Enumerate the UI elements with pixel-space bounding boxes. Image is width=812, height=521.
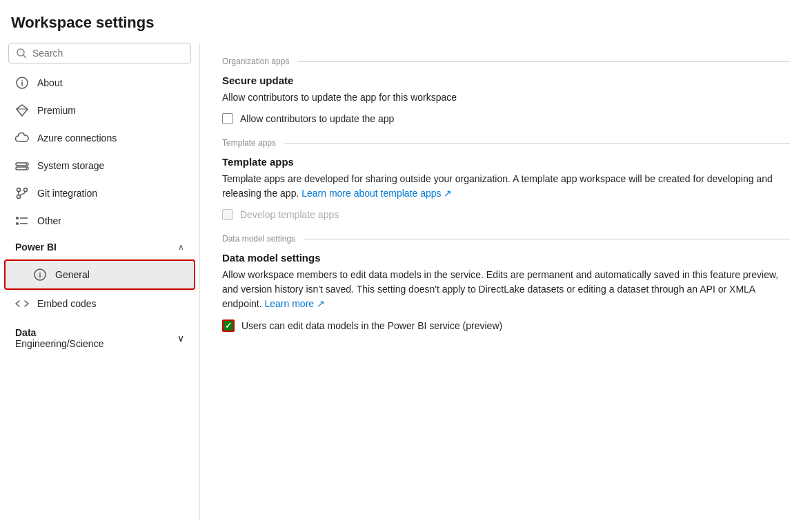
sidebar: About Premium Azure connections (0, 43, 200, 521)
template-apps-divider-label: Template apps (222, 138, 276, 148)
svg-point-10 (26, 168, 27, 169)
org-apps-divider: Organization apps (222, 57, 790, 66)
data-model-divider-label: Data model settings (222, 234, 295, 244)
svg-point-12 (24, 188, 28, 192)
secure-update-section: Secure update Allow contributors to upda… (222, 75, 790, 124)
external-link-icon: ↗ (444, 188, 452, 199)
sidebar-item-label-about: About (37, 77, 63, 88)
sidebar-item-about[interactable]: About (4, 69, 195, 97)
develop-template-row: Develop template apps (222, 209, 790, 220)
power-bi-section-header[interactable]: Power BI ∧ (4, 235, 195, 259)
sidebar-item-label-premium: Premium (37, 105, 76, 116)
allow-contributors-row: Allow contributors to update the app (222, 113, 790, 124)
svg-point-4 (21, 80, 23, 81)
sidebar-item-label-embed: Embed codes (37, 298, 97, 309)
org-apps-line (297, 61, 790, 62)
allow-contributors-label: Allow contributors to update the app (240, 113, 394, 124)
sidebar-item-label-general: General (55, 269, 90, 280)
info-icon (15, 76, 29, 90)
svg-marker-5 (17, 105, 28, 116)
template-apps-divider: Template apps (222, 138, 790, 148)
template-apps-line (284, 143, 790, 144)
embed-icon (15, 297, 29, 311)
secure-update-desc: Allow contributors to update the app for… (222, 90, 790, 105)
template-apps-desc: Template apps are developed for sharing … (222, 172, 790, 201)
data-engineering-subtitle: Engineering/Science (15, 338, 103, 349)
data-model-desc: Allow workspace members to edit data mod… (222, 268, 790, 311)
svg-line-1 (23, 55, 26, 58)
sidebar-item-label-azure: Azure connections (37, 132, 117, 144)
data-model-section: Data model settings Allow workspace memb… (222, 252, 790, 332)
secure-update-title: Secure update (222, 75, 790, 86)
data-engineering-chevron: ∨ (177, 333, 184, 344)
data-engineering-title: Data (15, 327, 103, 338)
sidebar-item-storage[interactable]: System storage (4, 152, 195, 179)
edit-data-models-checkbox[interactable] (222, 320, 235, 332)
main-content: Organization apps Secure update Allow co… (200, 43, 812, 521)
storage-icon (15, 159, 29, 173)
diamond-icon (15, 104, 29, 117)
data-model-divider: Data model settings (222, 234, 790, 244)
git-icon (15, 186, 29, 200)
develop-template-label: Develop template apps (240, 209, 339, 220)
svg-point-20 (39, 272, 41, 273)
template-apps-title: Template apps (222, 156, 790, 168)
svg-point-14 (16, 217, 19, 219)
power-bi-title: Power BI (15, 242, 57, 253)
sidebar-item-general[interactable]: General (4, 259, 195, 290)
sidebar-item-premium[interactable]: Premium (4, 97, 195, 124)
allow-contributors-checkbox[interactable] (222, 113, 233, 124)
power-bi-chevron: ∧ (178, 242, 184, 252)
other-icon (15, 214, 29, 228)
data-model-line (304, 239, 790, 239)
sidebar-item-azure[interactable]: Azure connections (4, 124, 195, 152)
data-model-learn-more-link[interactable]: Learn more ↗ (265, 298, 325, 309)
data-model-title: Data model settings (222, 252, 790, 264)
sidebar-item-label-git: Git integration (37, 188, 97, 199)
svg-point-11 (17, 188, 21, 192)
general-info-icon (33, 268, 47, 282)
data-model-external-icon: ↗ (317, 298, 325, 309)
edit-data-models-row: Users can edit data models in the Power … (222, 320, 790, 332)
search-input[interactable] (32, 48, 184, 59)
sidebar-item-other[interactable]: Other (4, 207, 195, 235)
data-engineering-section-header[interactable]: Data Engineering/Science ∨ (4, 320, 195, 356)
cloud-icon (15, 131, 29, 145)
page-title: Workspace settings (0, 0, 812, 43)
sidebar-item-git[interactable]: Git integration (4, 179, 195, 207)
sidebar-item-label-storage: System storage (37, 160, 104, 171)
sidebar-item-embed[interactable]: Embed codes (4, 290, 195, 317)
org-apps-label: Organization apps (222, 57, 289, 66)
develop-template-checkbox (222, 209, 233, 220)
template-apps-learn-more-link[interactable]: Learn more about template apps ↗ (301, 188, 452, 199)
template-apps-section: Template apps Template apps are develope… (222, 156, 790, 220)
svg-point-13 (17, 195, 21, 199)
search-icon (16, 48, 27, 59)
sidebar-item-label-other: Other (37, 215, 61, 226)
edit-data-models-label: Users can edit data models in the Power … (241, 320, 502, 331)
data-engineering-labels: Data Engineering/Science (15, 327, 103, 349)
svg-point-16 (16, 222, 19, 225)
svg-point-9 (26, 164, 27, 165)
search-box[interactable] (8, 43, 191, 63)
